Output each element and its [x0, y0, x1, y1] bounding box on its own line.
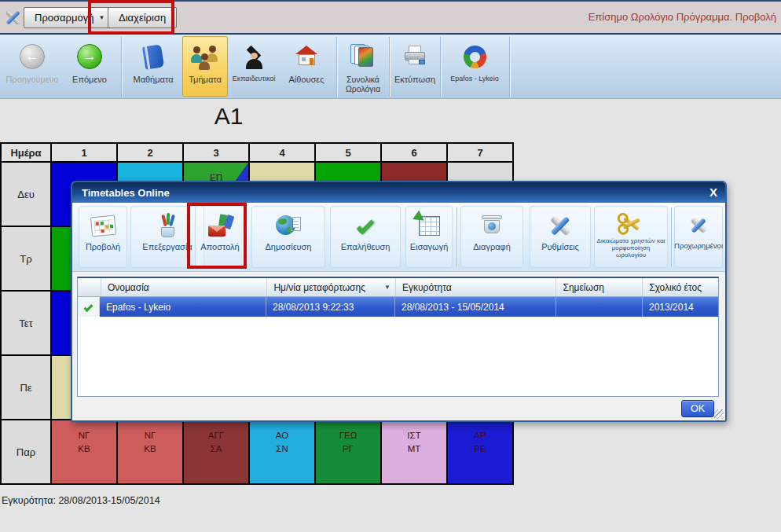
period-header: 5 — [316, 144, 380, 161]
period-header: 1 — [52, 144, 116, 161]
cell-subject-code: ΑΓΓ — [208, 429, 224, 442]
school-sync-button[interactable]: Epafos - Lykeio — [442, 36, 507, 97]
timetable-cell[interactable]: ΝΓ ΚΒ — [118, 420, 182, 483]
subjects-button[interactable]: Μαθήματα — [125, 36, 182, 97]
cell-teacher-code: ΡΕ — [474, 442, 486, 456]
cell-subject-code: ΝΓ — [145, 429, 156, 442]
wrench-screwdriver-icon — [688, 209, 709, 242]
arrow-left-circle-icon: ← — [20, 41, 45, 72]
validity-status-text: Εγκυρότητα: 28/08/2013-15/05/2014 — [2, 495, 160, 506]
ribbon-toolbar: ← Προηγούμενο → Επόμενο Μαθήματα Τμήματα… — [0, 35, 781, 99]
delete-button[interactable]: Διαγραφή — [460, 206, 523, 268]
column-header-name[interactable]: Ονομασία — [101, 278, 267, 296]
rooms-button[interactable]: Αίθουσες — [279, 36, 334, 97]
ribbon-separator — [336, 37, 337, 97]
printer-icon — [402, 41, 427, 72]
dialog-title-bar[interactable]: Timetables Online X — [72, 182, 725, 203]
calendar-grid-icon — [91, 209, 116, 242]
overall-timetables-button[interactable]: Συνολικά Ωρολόγια — [339, 36, 387, 97]
ribbon-separator — [440, 37, 441, 97]
publish-button[interactable]: Δημοσίευση — [251, 206, 325, 268]
stacked-sheets-icon — [350, 41, 376, 72]
active-check-icon — [78, 297, 100, 317]
day-label: Δευ — [2, 163, 50, 226]
view-button[interactable]: Προβολή — [79, 206, 127, 268]
column-header-upload-date[interactable]: Ημ/νία μεταφόρτωσης ▼ — [267, 278, 396, 296]
ribbon-separator — [389, 37, 390, 97]
cell-subject-code: ΑΟ — [276, 429, 288, 442]
dialog-toolbar: Προβολή Επεξεργασία Αποστολή Δημοσίευση … — [72, 203, 725, 272]
classes-button[interactable]: Τμήματα — [182, 36, 228, 97]
cell-teacher-code: ΚΒ — [144, 442, 156, 456]
previous-button: ← Προηγούμενο — [3, 36, 61, 97]
graduate-icon — [240, 41, 267, 72]
dialog-title: Timetables Online — [82, 187, 170, 199]
settings-button[interactable]: Ρυθμίσεις — [530, 206, 591, 268]
day-label: Τετ — [2, 292, 50, 354]
cell-school-year: 2013/2014 — [643, 297, 718, 317]
tools-icon[interactable] — [4, 8, 23, 27]
timetable-cell[interactable]: ΙΣΤ ΜΤ — [382, 420, 446, 483]
page-title: A1 — [0, 103, 457, 130]
table-row[interactable]: Epafos - Lykeio 28/08/2013 9:22:33 28/08… — [78, 297, 718, 317]
print-button[interactable]: Εκτύπωση — [391, 36, 438, 97]
cell-subject-code: ΑΡ — [474, 429, 486, 442]
verify-button[interactable]: Επαλήθευση — [330, 206, 401, 268]
ribbon-separator — [509, 37, 510, 97]
gold-keys-icon — [618, 209, 644, 237]
sort-descending-icon[interactable]: ▼ — [384, 284, 390, 291]
day-label: Τρ — [2, 227, 50, 290]
timetables-table: Ονομασία Ημ/νία μεταφόρτωσης ▼ Εγκυρότητ… — [77, 277, 719, 397]
column-header-validity[interactable]: Εγκυρότητα — [396, 278, 557, 296]
book-icon — [144, 41, 163, 72]
ribbon-separator — [121, 37, 122, 97]
column-header-note[interactable]: Σημείωση — [556, 278, 643, 296]
day-label: Παρ — [2, 420, 50, 483]
table-header-row: Ονομασία Ημ/νία μεταφόρτωσης ▼ Εγκυρότητ… — [78, 278, 718, 297]
advanced-button[interactable]: Προχωρημένοι — [674, 206, 723, 268]
check-column-header — [78, 278, 101, 296]
view-mode-text: Επίσημο Ωρολόγιο Πρόγραμμα. Προβολή — [588, 11, 776, 23]
timetable-cell[interactable]: ΝΓ ΚΒ — [52, 420, 116, 483]
cell-subject-code: ΝΓ — [79, 429, 90, 442]
circular-arrows-icon — [464, 41, 486, 72]
timetable-cell[interactable]: ΑΓΓ ΣΑ — [184, 420, 248, 483]
day-column-header: Ημέρα — [2, 144, 50, 161]
next-button[interactable]: → Επόμενο — [61, 36, 118, 97]
cell-validity: 28/08/2013 - 15/05/2014 — [395, 297, 556, 317]
cell-teacher-code: ΡΓ — [343, 442, 354, 456]
period-header: 6 — [382, 144, 446, 161]
cell-note — [556, 297, 643, 317]
day-label: Πε — [2, 356, 50, 419]
timetables-online-dialog: Timetables Online X Προβολή Επεξεργασία … — [71, 181, 727, 422]
timetable-cell[interactable]: ΑΟ ΣΝ — [250, 420, 314, 483]
period-header: 7 — [448, 144, 512, 161]
annotation-box-manage — [88, 0, 174, 35]
column-header-school-year[interactable]: Σχολικό έτος — [643, 278, 718, 296]
import-button[interactable]: Εισαγωγή — [405, 206, 453, 268]
pencil-cup-icon — [155, 209, 180, 242]
dialog-toolbar-separator — [671, 207, 672, 267]
cell-teacher-code: ΣΑ — [211, 442, 222, 456]
house-icon — [294, 41, 320, 72]
permissions-button[interactable]: Δικαιώματα χρηστών και μορφοποίηση ωρολο… — [594, 206, 668, 268]
cell-subject-code: ΙΣΤ — [407, 429, 420, 442]
wrench-screwdriver-icon — [548, 209, 573, 242]
ok-button[interactable]: OK — [681, 400, 714, 417]
timetable-cell[interactable]: ΑΡ ΡΕ — [448, 420, 512, 483]
people-group-icon — [191, 41, 219, 72]
teachers-button[interactable]: Εκπαιδευτικοί — [229, 36, 278, 97]
cell-name: Epafos - Lykeio — [100, 297, 266, 317]
recycle-bin-icon — [479, 209, 504, 242]
close-icon[interactable]: X — [710, 185, 717, 200]
cell-teacher-code: ΜΤ — [408, 442, 421, 456]
cell-upload-date: 28/08/2013 9:22:33 — [266, 297, 395, 317]
selected-row-values: Epafos - Lykeio 28/08/2013 9:22:33 28/08… — [100, 297, 718, 317]
annotation-box-send — [187, 203, 247, 269]
resize-grip[interactable] — [714, 409, 724, 419]
cell-subject-code: ΓΕΩ — [339, 429, 358, 442]
customize-label: Προσαρμογή — [35, 12, 94, 24]
period-header: 4 — [250, 144, 314, 161]
timetable-cell[interactable]: ΓΕΩ ΡΓ — [316, 420, 380, 483]
cell-teacher-code: ΚΒ — [78, 442, 90, 456]
